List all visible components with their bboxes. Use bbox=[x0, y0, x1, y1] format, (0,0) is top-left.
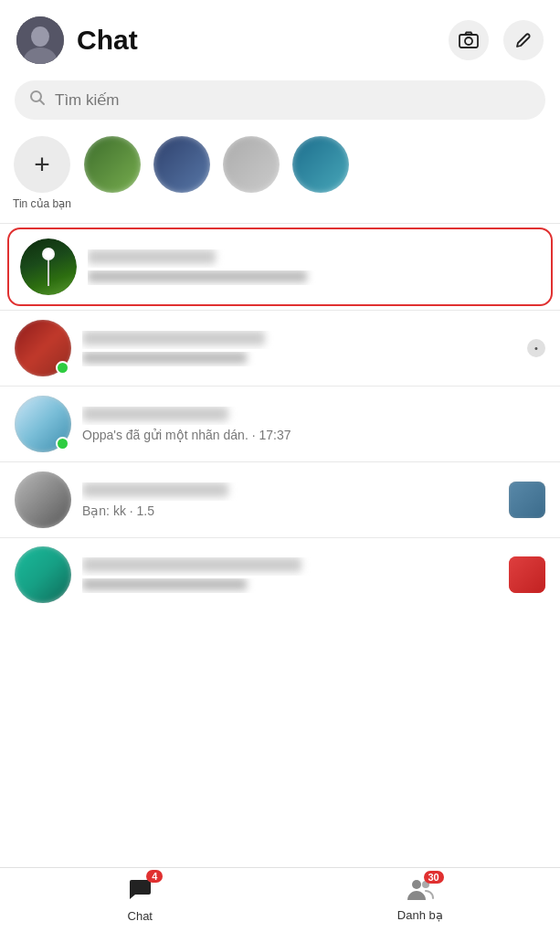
stories-row: + Tin của bạn bbox=[0, 132, 560, 223]
contacts-nav-label: Danh bạ bbox=[397, 908, 443, 922]
user-avatar[interactable] bbox=[16, 16, 64, 64]
chat-avatar-wrap-3 bbox=[15, 396, 71, 452]
svg-point-7 bbox=[412, 880, 421, 889]
bottom-nav: 4 Chat 30 Danh bạ bbox=[0, 867, 560, 932]
unread-badge-2: • bbox=[527, 339, 545, 357]
search-icon bbox=[29, 90, 46, 111]
chat-avatar-1 bbox=[20, 238, 77, 295]
chat-name-1 bbox=[88, 249, 540, 268]
chat-preview-3: Oppa's đã gửi một nhãn dán. · 17:37 bbox=[82, 428, 545, 442]
search-input[interactable] bbox=[55, 91, 531, 110]
blurred-name-5 bbox=[82, 557, 301, 572]
chat-avatar-wrap-2 bbox=[15, 320, 71, 376]
story-avatar-1 bbox=[84, 136, 141, 193]
camera-button[interactable] bbox=[449, 20, 489, 60]
chat-name-4 bbox=[82, 482, 498, 501]
svg-rect-3 bbox=[460, 35, 478, 48]
chat-info-1 bbox=[88, 249, 540, 285]
chat-badge: 4 bbox=[146, 870, 163, 883]
nav-chat[interactable]: 4 Chat bbox=[0, 875, 280, 923]
story-add-item[interactable]: + Tin của bạn bbox=[13, 136, 71, 210]
contacts-icon-wrap: 30 bbox=[406, 876, 435, 906]
chat-meta-5 bbox=[509, 556, 545, 593]
blurred-preview-1 bbox=[88, 270, 307, 282]
chat-item-3[interactable]: Oppa's đã gửi một nhãn dán. · 17:37 bbox=[0, 387, 560, 461]
plus-icon: + bbox=[34, 149, 50, 180]
chat-list: • Oppa's đã gửi một nhãn dán. · 17:37 bbox=[0, 224, 560, 867]
chat-info-2 bbox=[82, 331, 516, 366]
blurred-name-4 bbox=[82, 482, 228, 497]
chat-info-3: Oppa's đã gửi một nhãn dán. · 17:37 bbox=[82, 407, 545, 442]
online-indicator-2 bbox=[56, 361, 69, 375]
chat-preview-4: Bạn: kk · 1.5 bbox=[82, 503, 498, 518]
online-indicator-3 bbox=[56, 437, 69, 450]
add-story-label: Tin của bạn bbox=[13, 197, 71, 210]
header: Chat bbox=[0, 0, 560, 75]
chat-info-5 bbox=[82, 557, 498, 593]
story-item-1[interactable] bbox=[84, 136, 141, 193]
blurred-preview-5 bbox=[82, 578, 247, 590]
search-bar[interactable] bbox=[15, 80, 545, 120]
chat-icon-wrap: 4 bbox=[126, 875, 153, 906]
chat-item-5[interactable] bbox=[0, 538, 560, 611]
blurred-preview-2 bbox=[82, 352, 247, 364]
chat-name-5 bbox=[82, 557, 498, 576]
header-icons bbox=[449, 20, 544, 60]
contacts-badge: 30 bbox=[424, 871, 444, 884]
chat-avatar-5 bbox=[15, 546, 71, 603]
chat-thumbnail-5 bbox=[509, 556, 545, 593]
svg-point-4 bbox=[465, 37, 472, 45]
chat-item-2[interactable]: • bbox=[0, 311, 560, 386]
chat-nav-label: Chat bbox=[128, 909, 153, 923]
chat-item-4[interactable]: Bạn: kk · 1.5 bbox=[0, 462, 560, 537]
story-avatar-2 bbox=[153, 136, 210, 193]
chat-thumbnail-4 bbox=[509, 482, 545, 518]
chat-meta-4 bbox=[509, 482, 545, 518]
chat-preview-2 bbox=[82, 352, 516, 366]
chat-meta-2: • bbox=[527, 339, 545, 357]
story-avatar-3 bbox=[223, 136, 280, 193]
chat-avatar-wrap-4 bbox=[15, 471, 71, 528]
blurred-name-3 bbox=[82, 407, 228, 421]
svg-line-6 bbox=[40, 101, 45, 105]
nav-contacts[interactable]: 30 Danh bạ bbox=[280, 876, 561, 922]
chat-name-3 bbox=[82, 407, 545, 425]
story-item-2[interactable] bbox=[153, 136, 210, 193]
chat-item-1[interactable] bbox=[7, 228, 553, 306]
blurred-name-2 bbox=[82, 331, 265, 345]
story-avatar-4 bbox=[292, 136, 349, 193]
page-title: Chat bbox=[77, 25, 449, 56]
chat-info-4: Bạn: kk · 1.5 bbox=[82, 482, 498, 518]
chat-preview-1 bbox=[88, 270, 540, 285]
story-item-3[interactable] bbox=[223, 136, 280, 193]
chat-avatar-wrap-5 bbox=[15, 546, 71, 603]
add-story-button[interactable]: + bbox=[14, 136, 70, 193]
chat-avatar-4 bbox=[15, 471, 71, 528]
story-item-4[interactable] bbox=[292, 136, 349, 193]
chat-avatar-wrap-1 bbox=[20, 238, 77, 295]
app-container: Chat bbox=[0, 0, 560, 932]
blurred-name-1 bbox=[88, 249, 216, 264]
edit-button[interactable] bbox=[503, 20, 544, 60]
svg-point-1 bbox=[31, 26, 49, 47]
chat-name-2 bbox=[82, 331, 516, 349]
chat-preview-5 bbox=[82, 578, 498, 593]
